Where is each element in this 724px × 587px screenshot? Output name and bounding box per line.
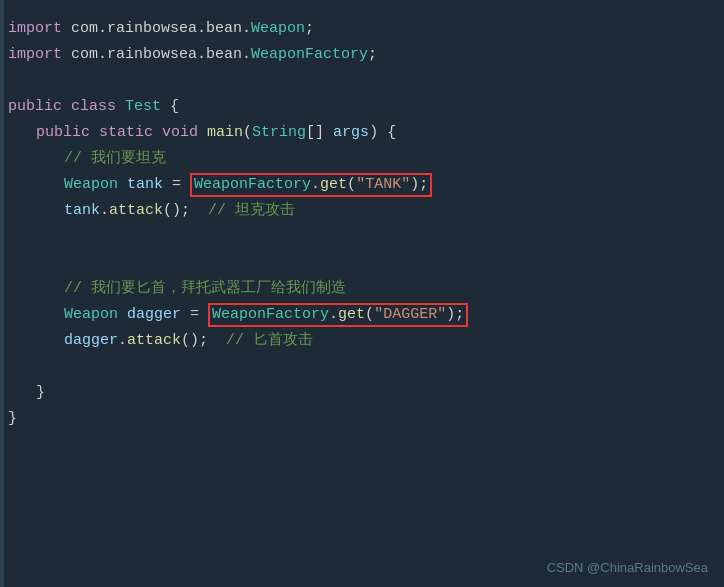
variable: tank [64,199,100,223]
code-text: [] [306,121,333,145]
class-name: Weapon [251,17,305,41]
code-line: import com.rainbowsea.bean.Weapon; [0,16,724,42]
code-text: = [190,303,208,327]
code-text: ( [243,121,252,145]
code-text: ( [365,306,374,323]
code-line [0,354,724,380]
highlighted-expression: WeaponFactory.get("TANK"); [190,173,432,197]
code-text: com.rainbowsea.bean. [71,17,251,41]
watermark: CSDN @ChinaRainbowSea [547,560,708,575]
code-line: tank.attack(); // 坦克攻击 [0,198,724,224]
code-line [0,224,724,250]
comment: // 我们要坦克 [64,147,166,171]
comment: // 坦克攻击 [208,199,295,223]
type-name: Weapon [64,173,127,197]
code-text: } [36,381,45,405]
code-text: { [170,95,179,119]
code-line [0,68,724,94]
code-line [0,250,724,276]
string-literal: "TANK" [356,176,410,193]
method-name: attack [127,329,181,353]
highlighted-expression: WeaponFactory.get("DAGGER"); [208,303,468,327]
keyword: import [8,17,71,41]
code-text: . [100,199,109,223]
code-line: public class Test { [0,94,724,120]
keyword: static [99,121,162,145]
code-text: com.rainbowsea.bean. [71,43,251,67]
code-text: ) { [369,121,396,145]
code-line: } [0,380,724,406]
code-line: import com.rainbowsea.bean.WeaponFactory… [0,42,724,68]
type-name: Weapon [64,303,127,327]
code-text: } [8,407,17,431]
code-text: ); [410,176,428,193]
method-name: get [338,306,365,323]
code-line: Weapon tank = WeaponFactory.get("TANK"); [0,172,724,198]
code-text: . [329,306,338,323]
keyword: void [162,121,207,145]
code-line: Weapon dagger = WeaponFactory.get("DAGGE… [0,302,724,328]
code-text: (); [163,199,208,223]
variable: args [333,121,369,145]
code-line: } [0,406,724,432]
code-text: . [118,329,127,353]
variable: dagger [64,329,118,353]
string-literal: "DAGGER" [374,306,446,323]
class-name: WeaponFactory [251,43,368,67]
comment: // 匕首攻击 [226,329,313,353]
code-text: . [311,176,320,193]
method-name: attack [109,199,163,223]
code-text: = [172,173,190,197]
code-text: ; [305,17,314,41]
code-line: public static void main(String[] args) { [0,120,724,146]
code-text: (); [181,329,226,353]
method-name: get [320,176,347,193]
class-name: WeaponFactory [212,306,329,323]
class-name: Test [125,95,170,119]
method-name: main [207,121,243,145]
code-line: // 我们要坦克 [0,146,724,172]
keyword: public [36,121,99,145]
keyword: public [8,95,71,119]
class-name: WeaponFactory [194,176,311,193]
comment: // 我们要匕首，拜托武器工厂给我们制造 [64,277,346,301]
keyword: class [71,95,125,119]
variable: dagger [127,303,190,327]
code-text: ; [368,43,377,67]
variable: tank [127,173,172,197]
keyword: import [8,43,71,67]
code-text: ); [446,306,464,323]
editor-border [0,0,4,587]
code-editor: import com.rainbowsea.bean.Weapon; impor… [0,0,724,587]
code-text: ( [347,176,356,193]
type-name: String [252,121,306,145]
code-line: // 我们要匕首，拜托武器工厂给我们制造 [0,276,724,302]
code-line: dagger.attack(); // 匕首攻击 [0,328,724,354]
